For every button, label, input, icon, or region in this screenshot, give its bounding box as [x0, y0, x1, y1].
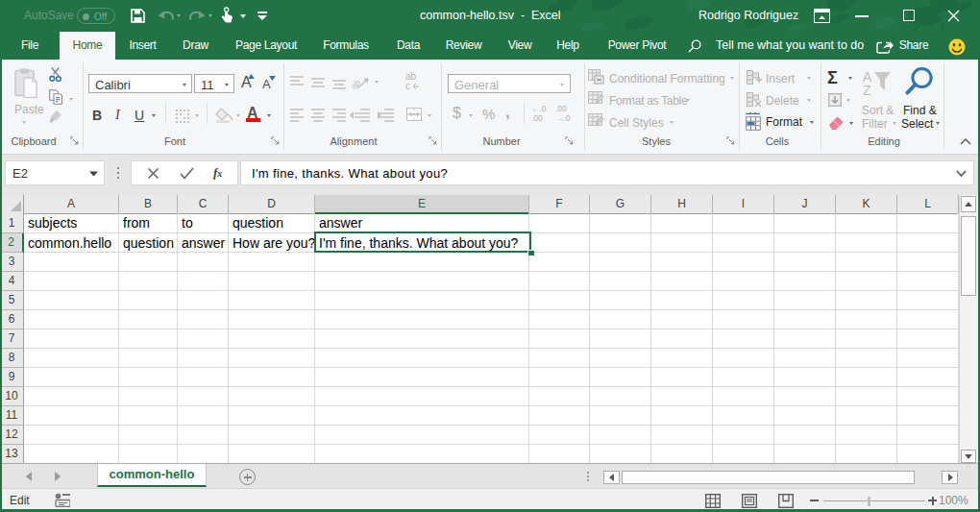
svg-text:ab: ab	[349, 78, 362, 90]
svg-text:c: c	[405, 81, 410, 90]
svg-text:Z: Z	[863, 83, 871, 98]
